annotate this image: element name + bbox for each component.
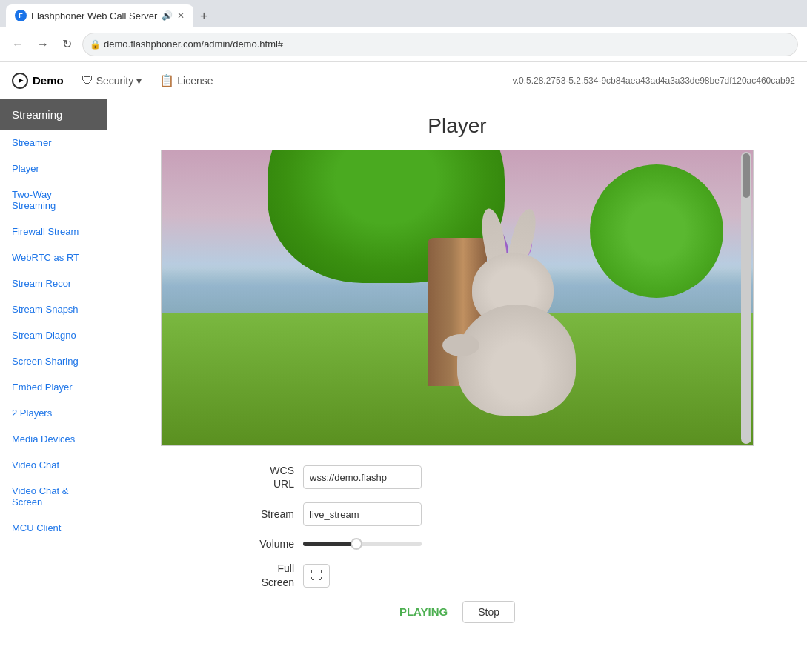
sidebar-item-streamer[interactable]: Streamer — [0, 130, 107, 156]
volume-fill — [303, 542, 356, 546]
fullscreen-row: FullScreen ⛶ — [235, 562, 680, 588]
playing-status: PLAYING — [399, 605, 448, 618]
video-player[interactable] — [161, 150, 754, 446]
tree-canopy-right — [590, 164, 723, 298]
sidebar-item-webrtc[interactable]: WebRTC as RT — [0, 244, 107, 270]
tab-favicon-icon: F — [15, 10, 27, 21]
browser-tab-active[interactable]: F Flashphoner Web Call Server 🔊 ✕ — [6, 4, 193, 27]
security-label: Security — [96, 75, 134, 87]
browser-tab-bar: F Flashphoner Web Call Server 🔊 ✕ + — [0, 0, 807, 27]
volume-label: Volume — [235, 538, 294, 550]
chevron-down-icon: ▾ — [136, 75, 142, 87]
fullscreen-icon: ⛶ — [310, 569, 322, 582]
bunny-body — [457, 305, 576, 416]
forward-button[interactable]: → — [34, 35, 52, 54]
tab-close-icon[interactable]: ✕ — [177, 10, 185, 21]
fullscreen-button[interactable]: ⛶ — [303, 564, 330, 588]
app-navbar: Demo 🛡 Security ▾ 📋 License v.0.5.28.275… — [0, 62, 807, 99]
reload-button[interactable]: ↻ — [59, 34, 75, 54]
sidebar-item-two-players[interactable]: 2 Players — [0, 400, 107, 426]
back-button[interactable]: ← — [9, 35, 27, 54]
volume-slider[interactable] — [303, 542, 422, 546]
shield-icon: 🛡 — [82, 74, 93, 87]
address-bar: ← → ↻ 🔒 demo.flashphoner.com/admin/demo.… — [0, 27, 807, 62]
bunny-character — [442, 253, 591, 416]
bottom-controls: PLAYING Stop — [235, 601, 680, 623]
video-scrollbar-thumb — [743, 153, 750, 198]
main-layout: Streaming Streamer Player Two-Way Stream… — [0, 99, 807, 672]
sidebar-item-stream-snap[interactable]: Stream Snapsh — [0, 296, 107, 322]
sidebar-item-video-chat-screen[interactable]: Video Chat & Screen — [0, 478, 107, 515]
sidebar-item-media-devices[interactable]: Media Devices — [0, 426, 107, 452]
streaming-button[interactable]: Streaming — [0, 99, 107, 130]
wcs-url-row: WCSURL — [235, 464, 680, 490]
form-section: WCSURL Stream Volume — [235, 464, 680, 623]
sidebar-item-player[interactable]: Player — [0, 156, 107, 182]
license-label: License — [177, 75, 213, 87]
stop-button[interactable]: Stop — [462, 601, 515, 623]
page-title: Player — [428, 114, 486, 138]
video-scene — [162, 150, 753, 445]
stream-input[interactable] — [303, 502, 422, 526]
sidebar-item-embed-player[interactable]: Embed Player — [0, 374, 107, 400]
new-tab-button[interactable]: + — [193, 6, 214, 27]
sidebar-item-stream-record[interactable]: Stream Recor — [0, 270, 107, 296]
stream-label: Stream — [235, 508, 294, 520]
address-input[interactable]: demo.flashphoner.com/admin/demo.html# — [82, 33, 798, 56]
demo-label: Demo — [33, 74, 64, 87]
sidebar-item-two-way[interactable]: Two-Way Streaming — [0, 182, 107, 219]
version-label: v.0.5.28.2753-5.2.534-9cb84aea43ad4a3a33… — [513, 76, 795, 86]
tab-title: Flashphoner Web Call Server — [31, 10, 157, 21]
play-icon — [12, 73, 28, 89]
sidebar-item-video-chat[interactable]: Video Chat — [0, 452, 107, 478]
volume-track — [303, 542, 422, 546]
stream-row: Stream — [235, 502, 680, 526]
fullscreen-label: FullScreen — [235, 562, 294, 588]
tab-speaker-icon: 🔊 — [162, 10, 173, 21]
doc-icon: 📋 — [159, 73, 174, 87]
volume-thumb[interactable] — [351, 538, 362, 550]
nav-security-link[interactable]: 🛡 Security ▾ — [82, 74, 142, 87]
wcs-url-label: WCSURL — [235, 464, 294, 490]
wcs-url-input[interactable] — [303, 465, 422, 489]
video-scrollbar[interactable] — [741, 152, 751, 444]
browser-frame: F Flashphoner Web Call Server 🔊 ✕ + ← → … — [0, 0, 807, 672]
address-wrapper: 🔒 demo.flashphoner.com/admin/demo.html# — [82, 33, 798, 56]
sidebar: Streaming Streamer Player Two-Way Stream… — [0, 99, 107, 672]
sidebar-item-stream-diag[interactable]: Stream Diagno — [0, 322, 107, 348]
nav-demo-link[interactable]: Demo — [12, 73, 64, 89]
sidebar-item-mcu-client[interactable]: MCU Client — [0, 515, 107, 541]
sidebar-item-firewall[interactable]: Firewall Stream — [0, 219, 107, 244]
content-area: Player — [107, 99, 807, 672]
nav-license-link[interactable]: 📋 License — [159, 73, 213, 87]
lock-icon: 🔒 — [90, 39, 101, 50]
bunny-arm — [442, 334, 479, 356]
volume-row: Volume — [235, 538, 680, 550]
sidebar-item-screen-sharing[interactable]: Screen Sharing — [0, 348, 107, 374]
